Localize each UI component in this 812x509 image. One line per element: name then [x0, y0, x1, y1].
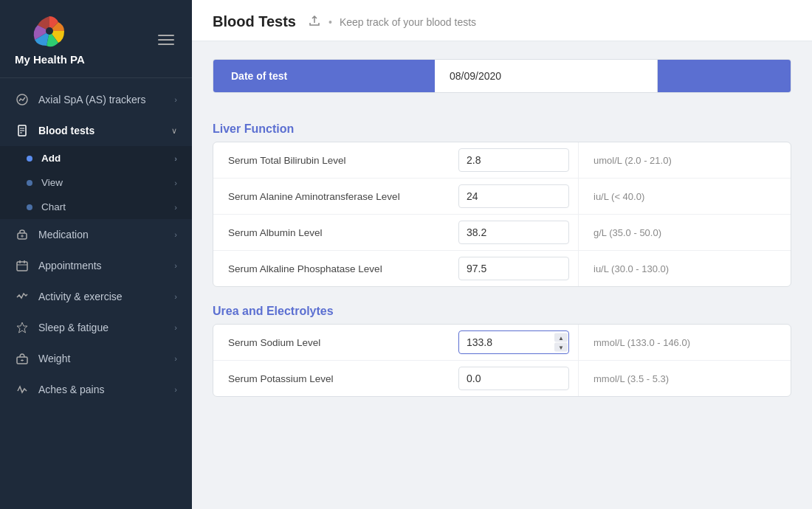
- row-input-wrap: [450, 215, 579, 250]
- serum-alkaline-input[interactable]: [458, 257, 569, 280]
- svg-point-0: [46, 27, 53, 35]
- date-row: Date of test: [213, 59, 791, 93]
- app-title: My Health PA: [15, 53, 85, 66]
- sidebar-item-chart[interactable]: Chart ›: [0, 195, 192, 219]
- date-input[interactable]: [450, 70, 642, 82]
- chevron-right-icon: ›: [174, 292, 177, 301]
- dot-icon: [27, 204, 32, 210]
- sidebar-item-activity[interactable]: Activity & exercise ›: [0, 281, 192, 312]
- sidebar-item-sleep[interactable]: Sleep & fatigue ›: [0, 312, 192, 343]
- table-row: Serum Potassium Level mmol/L (3.5 - 5.3): [213, 361, 791, 396]
- liver-function-block: Serum Total Bilirubin Level umol/L (2.0 …: [213, 142, 791, 287]
- serum-sodium-input[interactable]: [458, 330, 569, 354]
- svg-rect-9: [17, 262, 27, 271]
- sidebar-item-appointments[interactable]: Appointments ›: [0, 250, 192, 281]
- svg-marker-13: [17, 322, 27, 333]
- hamburger-button[interactable]: [155, 32, 177, 48]
- main-content: Blood Tests • Keep track of your blood t…: [192, 0, 812, 509]
- logo-area: My Health PA: [15, 13, 85, 66]
- table-row: Serum Alanine Aminotransferase Level iu/…: [213, 179, 791, 215]
- app-logo: [32, 13, 67, 49]
- row-label: Serum Total Bilirubin Level: [213, 145, 450, 176]
- upload-icon[interactable]: [308, 14, 321, 30]
- header-divider: •: [328, 16, 332, 28]
- spinner-down-button[interactable]: ▼: [554, 343, 568, 352]
- spinner-up-button[interactable]: ▲: [554, 333, 568, 342]
- chevron-right-icon: ›: [174, 230, 177, 239]
- row-unit: mmol/L (133.0 - 146.0): [579, 327, 791, 359]
- sidebar-item-aches-label: Aches & pains: [38, 384, 105, 395]
- sidebar-item-activity-label: Activity & exercise: [38, 291, 123, 302]
- active-dot: [27, 156, 32, 162]
- urea-electrolytes-section: Urea and Electrolytes Serum Sodium Level…: [213, 293, 791, 397]
- row-unit: g/L (35.0 - 50.0): [579, 217, 791, 249]
- sidebar-item-chart-label: Chart: [41, 201, 66, 212]
- sidebar-item-sleep-label: Sleep & fatigue: [38, 322, 109, 333]
- star-icon: [15, 320, 30, 335]
- page-title: Blood Tests: [213, 13, 296, 30]
- sidebar-item-add-label: Add: [41, 153, 61, 164]
- sidebar-nav: Axial SpA (AS) trackers › Blood tests ∨ …: [0, 78, 192, 411]
- chevron-right-icon: ›: [174, 203, 177, 212]
- sidebar-item-aches[interactable]: Aches & pains ›: [0, 374, 192, 405]
- serum-alanine-input[interactable]: [458, 184, 569, 208]
- date-value: [435, 60, 658, 92]
- aches-icon: [15, 382, 30, 397]
- serum-total-bilirubin-input[interactable]: [458, 148, 569, 172]
- serum-potassium-input[interactable]: [458, 367, 569, 390]
- serum-albumin-input[interactable]: [458, 221, 569, 244]
- row-label: Serum Potassium Level: [213, 363, 450, 395]
- table-row: Serum Total Bilirubin Level umol/L (2.0 …: [213, 142, 791, 179]
- spinner-buttons: ▲ ▼: [554, 333, 568, 352]
- dot-icon: [27, 180, 32, 186]
- page-header: Blood Tests • Keep track of your blood t…: [192, 0, 812, 41]
- page-subtitle: Keep track of your blood tests: [340, 16, 476, 28]
- chevron-down-icon: ∨: [171, 126, 177, 136]
- sidebar-item-axial-label: Axial SpA (AS) trackers: [38, 94, 146, 105]
- chevron-right-icon: ›: [174, 179, 177, 187]
- table-row: Serum Albumin Level g/L (35.0 - 50.0): [213, 215, 791, 251]
- sidebar-item-appointments-label: Appointments: [38, 260, 102, 271]
- row-label: Serum Albumin Level: [213, 217, 450, 249]
- date-action-button[interactable]: [658, 60, 791, 92]
- row-label: Serum Sodium Level: [213, 327, 450, 359]
- row-unit: mmol/L (3.5 - 5.3): [579, 363, 791, 395]
- sidebar-item-add[interactable]: Add ›: [0, 146, 192, 170]
- sidebar-item-blood-tests-label: Blood tests: [38, 125, 94, 136]
- date-label: Date of test: [213, 60, 435, 92]
- sidebar-item-blood-tests[interactable]: Blood tests ∨: [0, 115, 192, 146]
- row-label: Serum Alkaline Phosphatase Level: [213, 253, 450, 285]
- sidebar-header: My Health PA: [0, 0, 192, 78]
- table-row: Serum Sodium Level ▲ ▼ mmol/L (133.0 - 1…: [213, 325, 791, 361]
- sidebar-item-weight[interactable]: Weight ›: [0, 343, 192, 374]
- sidebar-item-medication[interactable]: Medication ›: [0, 219, 192, 250]
- row-label: Serum Alanine Aminotransferase Level: [213, 181, 450, 212]
- chevron-right-icon: ›: [174, 354, 177, 363]
- row-input-wrap: [450, 142, 579, 178]
- chevron-right-icon: ›: [174, 261, 177, 270]
- sidebar-item-view[interactable]: View ›: [0, 170, 192, 195]
- file-icon: [15, 123, 30, 138]
- table-row: Serum Alkaline Phosphatase Level iu/L (3…: [213, 251, 791, 286]
- row-input-wrap: [450, 179, 579, 214]
- row-input-wrap: [450, 251, 579, 286]
- chevron-right-icon: ›: [174, 323, 177, 332]
- urea-electrolytes-block: Serum Sodium Level ▲ ▼ mmol/L (133.0 - 1…: [213, 324, 791, 397]
- calendar-icon: [15, 258, 30, 273]
- weight-icon: [15, 351, 30, 366]
- row-unit: umol/L (2.0 - 21.0): [579, 145, 791, 176]
- sidebar-item-medication-label: Medication: [38, 229, 89, 240]
- blood-tests-submenu: Add › View › Chart ›: [0, 146, 192, 219]
- liver-function-section: Liver Function Serum Total Bilirubin Lev…: [213, 111, 791, 287]
- row-input-wrap: ▲ ▼: [450, 325, 579, 360]
- row-unit: iu/L (30.0 - 130.0): [579, 253, 791, 285]
- medication-icon: [15, 227, 30, 242]
- urea-electrolytes-title: Urea and Electrolytes: [213, 293, 791, 324]
- activity-icon: [15, 289, 30, 304]
- page-body: Date of test Liver Function Serum Total …: [192, 41, 812, 420]
- sidebar-item-weight-label: Weight: [38, 353, 70, 364]
- row-unit: iu/L (< 40.0): [579, 181, 791, 212]
- row-input-wrap: [450, 361, 579, 396]
- sidebar-item-axial[interactable]: Axial SpA (AS) trackers ›: [0, 84, 192, 115]
- liver-function-title: Liver Function: [213, 111, 791, 142]
